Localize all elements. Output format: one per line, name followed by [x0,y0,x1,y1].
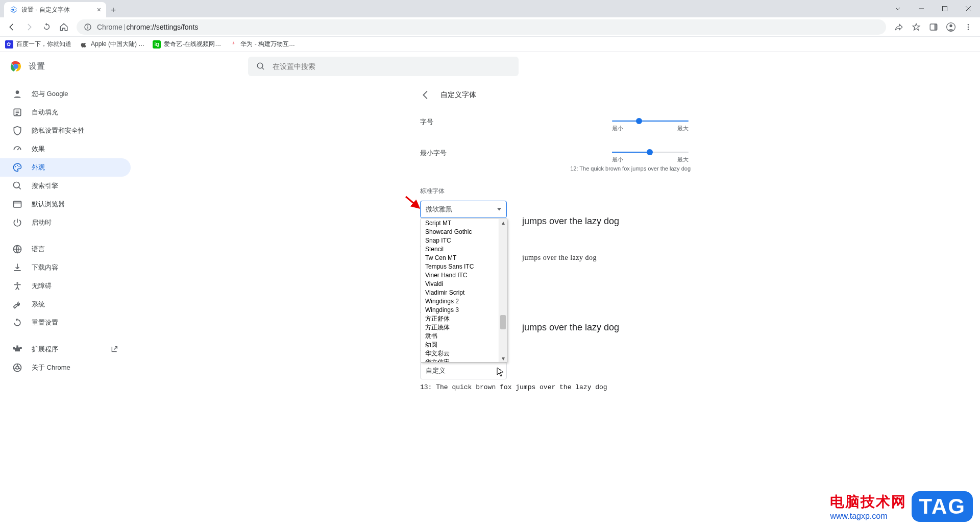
settings-nav: 您与 Google自动填充隐私设置和安全性效果外观搜索引擎默认浏览器启动时语言下… [0,52,131,529]
nav-privacy[interactable]: 隐私设置和安全性 [0,122,131,140]
search-icon [256,62,265,71]
window-more-icon[interactable] [886,0,910,17]
font-option[interactable]: Wingdings 2 [421,297,499,306]
font-option[interactable]: 华文仿宋 [421,358,499,362]
nav-forward-button[interactable] [21,19,37,35]
nav-downloads[interactable]: 下载内容 [0,258,131,277]
nav-extensions[interactable]: 扩展程序 [0,340,131,358]
font-option[interactable]: 方正姚体 [421,323,499,332]
scroll-up-icon[interactable]: ▴ [499,219,507,226]
font-option[interactable]: Showcard Gothic [421,228,499,236]
side-panel-icon[interactable] [926,19,941,35]
a11y-icon [12,281,22,291]
fixed-font-sample: 13: The quick brown fox jumps over the l… [420,383,691,391]
serif-font-sample: jumps over the lazy dog [522,254,691,262]
chevron-down-icon [497,208,501,211]
url-scheme: Chrome [97,23,122,31]
svg-point-12 [968,29,969,30]
chrome-logo-icon [10,61,21,72]
browser-icon [12,199,22,209]
window-minimize-icon[interactable] [910,0,933,17]
nav-back-button[interactable] [4,19,19,35]
share-icon[interactable] [891,19,906,35]
font-option[interactable]: Snap ITC [421,236,499,245]
chrome-icon [12,363,22,373]
autofill-icon [12,107,22,117]
nav-home-button[interactable] [56,19,71,35]
site-info-icon[interactable] [84,23,92,31]
nav-reset[interactable]: 重置设置 [0,314,131,332]
standard-font-label: 标准字体 [420,187,691,196]
bookmark-item[interactable]: iQ爱奇艺-在线视频网… [153,40,221,49]
new-tab-button[interactable]: + [106,3,120,17]
font-size-slider[interactable]: 最小最大 [612,117,689,132]
font-option[interactable]: 幼圆 [421,341,499,349]
chevron-down-icon [497,370,501,372]
font-option[interactable]: Tempus Sans ITC [421,262,499,271]
profile-avatar-icon[interactable] [943,19,959,35]
font-option[interactable]: Viner Hand ITC [421,271,499,280]
font-option[interactable]: Script MT [421,219,499,228]
nav-a11y[interactable]: 无障碍 [0,277,131,295]
nav-search-engine[interactable]: 搜索引擎 [0,177,131,195]
svg-point-22 [14,182,20,188]
back-arrow-icon[interactable] [420,89,431,101]
browser-menu-icon[interactable] [961,19,976,35]
scroll-thumb[interactable] [500,315,506,329]
nav-appearance[interactable]: 外观 [0,158,131,177]
dropdown-scrollbar[interactable]: ▴ ▾ [499,219,507,362]
settings-content: 自定义字体 字号 最小最大 最小字号 最小最大 [131,52,980,529]
nav-languages[interactable]: 语言 [0,240,131,258]
bookmark-item[interactable]: ✿百度一下，你就知道 [5,40,71,49]
nav-performance[interactable]: 效果 [0,140,131,158]
sans-font-sample: jumps over the lazy dog [522,322,691,333]
nav-you-google[interactable]: 您与 Google [0,85,131,103]
nav-about[interactable]: 关于 Chrome [0,358,131,377]
nav-system[interactable]: 系统 [0,295,131,314]
settings-favicon [9,6,17,14]
window-maximize-icon[interactable] [933,0,957,17]
font-option[interactable]: 华文彩云 [421,349,499,358]
min-font-size-slider[interactable]: 最小最大 [612,149,689,163]
wrench-icon [12,299,22,309]
font-option[interactable]: Wingdings 3 [421,306,499,315]
settings-search-input[interactable] [273,62,510,70]
font-option[interactable]: Stencil [421,245,499,254]
bookmark-star-icon[interactable] [909,19,924,35]
standard-font-select[interactable]: 微软雅黑 Script MTShowcard GothicSnap ITCSte… [420,201,507,218]
iqiyi-icon: iQ [153,40,161,49]
browser-tab[interactable]: 设置 - 自定义字体 × [4,2,106,17]
font-option[interactable]: Tw Cen MT [421,254,499,262]
settings-search[interactable] [248,57,519,76]
tab-title: 设置 - 自定义字体 [21,6,97,14]
font-option[interactable]: Vivaldi [421,280,499,288]
bookmark-item[interactable]: 华为 - 构建万物互… [229,40,295,49]
standard-font-dropdown: Script MTShowcard GothicSnap ITCStencilT… [421,219,507,363]
svg-point-19 [15,166,16,167]
font-option[interactable]: 方正舒体 [421,315,499,323]
tab-close-icon[interactable]: × [97,6,101,14]
scroll-down-icon[interactable]: ▾ [499,355,507,362]
watermark-url: www.tagxp.com [830,512,906,521]
window-controls [886,0,980,17]
url-text: chrome://settings/fonts [126,23,198,31]
nav-on-startup[interactable]: 启动时 [0,213,131,232]
watermark-tag: TAG [912,491,973,522]
svg-rect-1 [919,9,924,9]
download-icon [12,262,22,273]
speed-icon [12,144,22,154]
svg-rect-23 [14,201,21,207]
nav-default-browser[interactable]: 默认浏览器 [0,195,131,213]
nav-reload-button[interactable] [39,19,54,35]
fixed-font-select[interactable]: 自定义 [420,362,507,379]
address-bar[interactable]: Chrome | chrome://settings/fonts [77,19,886,35]
bookmark-item[interactable]: Apple (中国大陆) … [80,40,144,49]
svg-rect-4 [87,26,88,29]
window-close-icon[interactable] [957,0,980,17]
font-option[interactable]: 隶书 [421,332,499,341]
bookmarks-bar: ✿百度一下，你就知道 Apple (中国大陆) … iQ爱奇艺-在线视频网… 华… [0,37,980,52]
svg-point-0 [12,9,14,11]
font-option[interactable]: Vladimir Script [421,288,499,297]
power-icon [12,218,22,228]
nav-autofill[interactable]: 自动填充 [0,103,131,122]
